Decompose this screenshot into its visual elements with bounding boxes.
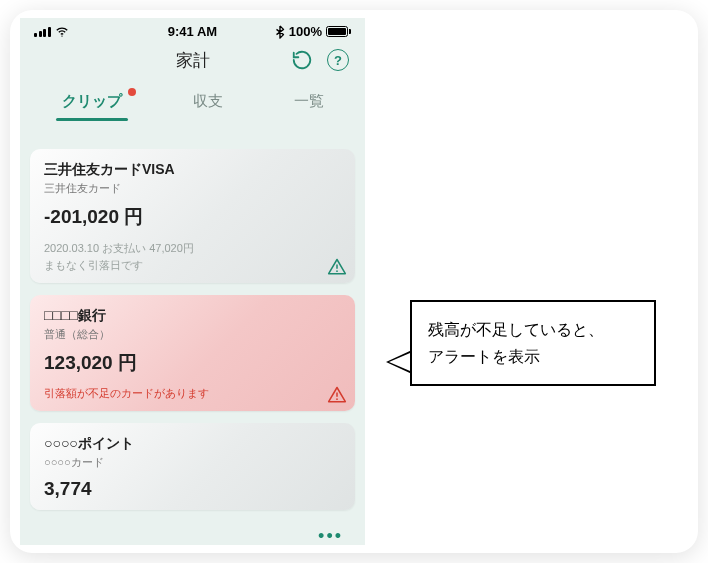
status-left — [34, 25, 69, 39]
tab-label: 収支 — [193, 92, 223, 109]
svg-point-0 — [61, 35, 62, 36]
tab-bar: クリップ 収支 一覧 — [20, 78, 365, 121]
card-amount: 3,774 — [44, 478, 341, 500]
header-actions: ? — [289, 47, 351, 73]
more-button[interactable]: ••• — [312, 522, 349, 545]
help-icon: ? — [327, 49, 349, 71]
card-amount: 123,020 円 — [44, 350, 341, 376]
tab-balance[interactable]: 収支 — [181, 84, 235, 121]
card-note: 2020.03.10 お支払い 47,020円 まもなく引落日です — [44, 240, 341, 273]
card-title: 三井住友カードVISA — [44, 161, 341, 179]
refresh-icon — [291, 49, 313, 71]
battery-icon — [326, 26, 351, 37]
status-bar: 9:41 AM 100% — [20, 18, 365, 41]
status-time: 9:41 AM — [168, 24, 217, 39]
card-title: □□□□銀行 — [44, 307, 341, 325]
card-subtitle: 普通（総合） — [44, 327, 341, 342]
card-list: 三井住友カードVISA 三井住友カード -201,020 円 2020.03.1… — [20, 121, 365, 545]
account-card-alert[interactable]: □□□□銀行 普通（総合） 123,020 円 引落額が不足のカードがあります — [30, 295, 355, 411]
callout-pointer-icon — [386, 350, 412, 374]
svg-point-4 — [336, 398, 338, 400]
notification-dot-icon — [128, 88, 136, 96]
battery-percent: 100% — [289, 24, 322, 39]
tab-label: クリップ — [62, 92, 122, 109]
account-card[interactable]: ○○○○ポイント ○○○○カード 3,774 — [30, 423, 355, 510]
card-subtitle: 三井住友カード — [44, 181, 341, 196]
callout-line: 残高が不足していると、 — [428, 321, 604, 338]
warning-triangle-icon — [327, 257, 347, 277]
app-frame: 9:41 AM 100% 家計 ? クリップ — [10, 10, 698, 553]
card-amount: -201,020 円 — [44, 204, 341, 230]
alert-triangle-icon — [327, 385, 347, 405]
account-card[interactable]: 三井住友カードVISA 三井住友カード -201,020 円 2020.03.1… — [30, 149, 355, 283]
tab-label: 一覧 — [294, 92, 324, 109]
callout-line: アラートを表示 — [428, 348, 540, 365]
status-right: 100% — [275, 24, 351, 39]
page-header: 家計 ? — [20, 41, 365, 78]
annotation-callout: 残高が不足していると、 アラートを表示 — [410, 300, 656, 386]
card-title: ○○○○ポイント — [44, 435, 341, 453]
wifi-icon — [55, 25, 69, 39]
card-subtitle: ○○○○カード — [44, 455, 341, 470]
svg-point-2 — [336, 270, 338, 272]
help-button[interactable]: ? — [325, 47, 351, 73]
refresh-button[interactable] — [289, 47, 315, 73]
tab-clip[interactable]: クリップ — [50, 84, 134, 121]
signal-icon — [34, 27, 51, 37]
bluetooth-icon — [275, 25, 285, 39]
phone-screen: 9:41 AM 100% 家計 ? クリップ — [20, 18, 365, 545]
more-row: ••• — [30, 522, 355, 545]
card-warning-text: 引落額が不足のカードがあります — [44, 386, 341, 401]
tab-list[interactable]: 一覧 — [282, 84, 336, 121]
